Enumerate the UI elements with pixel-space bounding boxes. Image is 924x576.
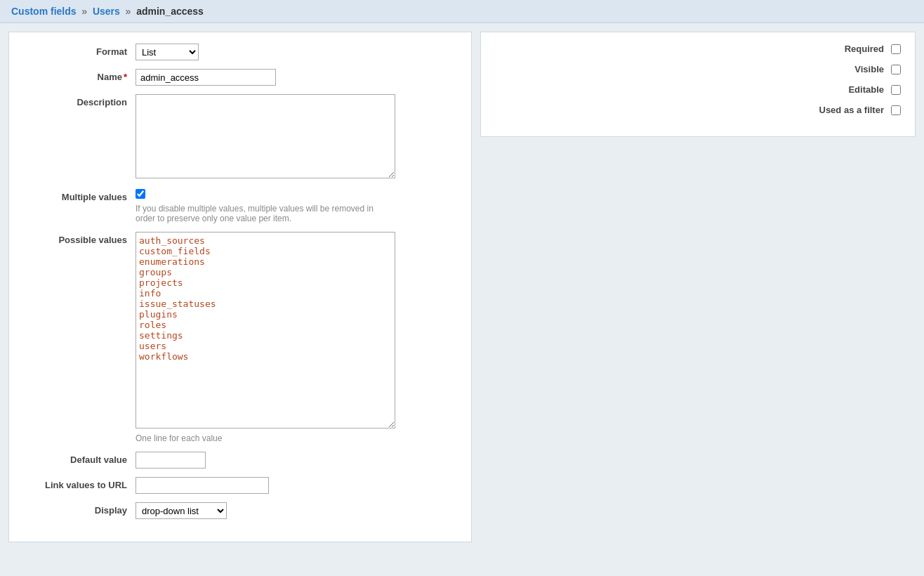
name-row: Name* <box>23 69 457 86</box>
format-control: List Text Long text Integer Float Boolea… <box>136 44 457 60</box>
display-label: Display <box>23 502 136 516</box>
name-label: Name* <box>23 69 136 82</box>
format-label: Format <box>23 44 136 57</box>
visible-checkbox[interactable] <box>891 65 901 74</box>
right-panel: Required Visible Editable Used as a filt… <box>480 32 916 137</box>
breadcrumb-custom-fields-link[interactable]: Custom fields <box>11 6 77 17</box>
default-value-label: Default value <box>23 452 136 465</box>
used-as-filter-label: Used as a filter <box>819 105 885 115</box>
multiple-values-control: If you disable multiple values, multiple… <box>136 189 457 223</box>
required-checkbox[interactable] <box>891 44 901 54</box>
possible-values-row: Possible values auth_sources custom_fiel… <box>23 232 457 443</box>
editable-label: Editable <box>848 84 884 95</box>
name-required-star: * <box>124 72 127 82</box>
possible-values-label: Possible values <box>23 232 136 245</box>
multiple-values-hint: If you disable multiple values, multiple… <box>136 204 395 223</box>
visible-row: Visible <box>495 64 901 74</box>
breadcrumb-sep-2: » <box>125 6 133 17</box>
possible-values-hint: One line for each value <box>136 433 457 443</box>
format-select[interactable]: List Text Long text Integer Float Boolea… <box>136 44 199 60</box>
multiple-values-label: Multiple values <box>23 189 136 202</box>
description-label: Description <box>23 94 136 107</box>
link-values-url-input[interactable] <box>136 477 269 494</box>
default-value-row: Default value <box>23 452 457 469</box>
link-values-url-row: Link values to URL <box>23 477 457 494</box>
possible-values-textarea[interactable]: auth_sources custom_fields enumerations … <box>136 232 395 428</box>
used-as-filter-checkbox[interactable] <box>891 105 901 115</box>
multiple-values-row: Multiple values If you disable multiple … <box>23 189 457 223</box>
breadcrumb-sep-1: » <box>81 6 90 17</box>
editable-row: Editable <box>495 84 901 95</box>
multiple-values-checkbox[interactable] <box>136 189 145 199</box>
description-textarea[interactable] <box>136 94 395 178</box>
required-row: Required <box>495 44 901 54</box>
left-panel: Format List Text Long text Integer Float… <box>8 32 472 542</box>
default-value-control <box>136 452 457 469</box>
possible-values-control: auth_sources custom_fields enumerations … <box>136 232 457 443</box>
default-value-input[interactable] <box>136 452 206 469</box>
breadcrumb-current: admin_access <box>136 6 204 17</box>
breadcrumb-users-link[interactable]: Users <box>93 6 120 17</box>
link-values-url-label: Link values to URL <box>23 477 136 490</box>
display-select[interactable]: drop-down list check boxes <box>136 502 227 519</box>
link-values-url-control <box>136 477 457 494</box>
description-row: Description <box>23 94 457 181</box>
name-input[interactable] <box>136 69 276 86</box>
breadcrumb: Custom fields » Users » admin_access <box>0 0 924 23</box>
format-row: Format List Text Long text Integer Float… <box>23 44 457 60</box>
used-as-filter-row: Used as a filter <box>495 105 901 115</box>
display-control: drop-down list check boxes <box>136 502 457 519</box>
description-control <box>136 94 457 181</box>
display-row: Display drop-down list check boxes <box>23 502 457 519</box>
required-label: Required <box>845 44 884 54</box>
editable-checkbox[interactable] <box>891 85 901 95</box>
name-control <box>136 69 457 86</box>
visible-label: Visible <box>854 64 884 74</box>
